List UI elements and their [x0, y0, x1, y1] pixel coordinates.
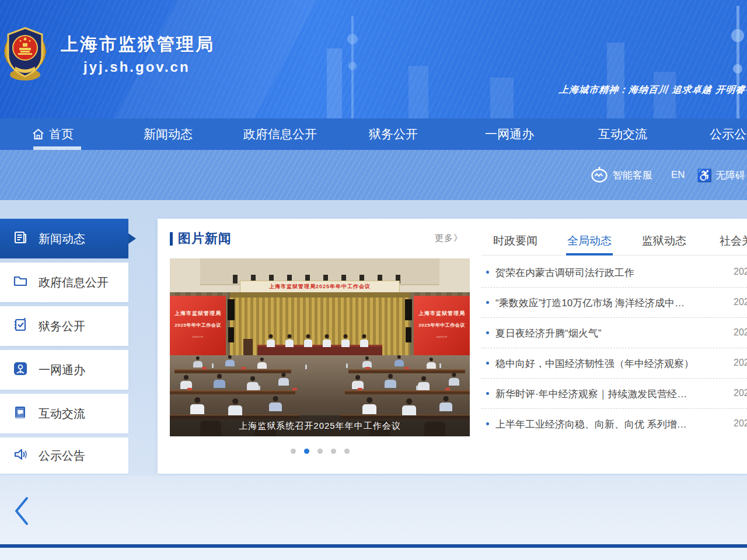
nav-item-one-net[interactable]: 一网通办 — [485, 118, 534, 150]
smart-service-label: 智能客服 — [613, 169, 652, 182]
sidebar-item-interaction[interactable]: 互动交流 — [0, 394, 128, 433]
active-item-arrow — [128, 233, 136, 244]
carousel-dots — [170, 446, 470, 456]
news-title: “乘数效应”打造10万亿市场 海洋经济成中… — [495, 296, 685, 310]
red-screen-left: 上海市监狱管理局 2025年年中工作会议 2025年7月 — [170, 296, 226, 365]
sidebar-item-label: 一网通办 — [39, 362, 85, 378]
sidebar-item-label: 新闻动态 — [39, 231, 85, 247]
photo-news-header: 图片新闻 — [170, 230, 232, 247]
site-domain: jyj.sh.gov.cn — [83, 59, 190, 75]
sidebar-item-prison-affairs[interactable]: 狱务公开 — [0, 306, 128, 346]
nav-item-label: 首页 — [49, 126, 74, 142]
news-tab-0[interactable]: 时政要闻 — [493, 233, 537, 249]
news-row[interactable]: 上半年工业经济向稳、向新、向优 系列增…202 — [481, 409, 747, 439]
stage-banner: 上海市监狱管理局2025年年中工作会议 — [240, 281, 400, 293]
nav-item-interaction[interactable]: 互动交流 — [598, 118, 647, 150]
news-tab-1[interactable]: 全局动态 — [567, 233, 612, 249]
bullet-dot — [486, 301, 489, 304]
nav-item-label: 一网通办 — [485, 126, 534, 142]
carousel-dot-0[interactable] — [291, 449, 296, 454]
more-link[interactable]: 更多》 — [435, 233, 463, 244]
sidebar-item-label: 政府信息公开 — [39, 275, 109, 290]
site-header: 上海市监狱管理局 jyj.sh.gov.cn 上海城市精神：海纳百川 追求卓越 … — [0, 0, 747, 118]
accessibility-button[interactable]: ♿ 无障碍 — [697, 150, 745, 200]
bullet-dot — [486, 331, 489, 334]
skyline-building — [327, 48, 342, 118]
skyline-building — [607, 43, 624, 118]
news-date: 202 — [734, 327, 747, 338]
main-nav: 首页新闻动态政府信息公开狱务公开一网通办互动交流公示公告 — [0, 118, 747, 150]
carousel-dot-1[interactable] — [304, 449, 309, 454]
wheelchair-icon: ♿ — [697, 169, 712, 181]
nav-item-announcements[interactable]: 公示公告 — [710, 118, 747, 150]
pearl-tower-silhouette — [351, 16, 354, 118]
news-title: 夏日夜经济升腾“烟火气” — [495, 327, 601, 340]
news-tab-3[interactable]: 社会关注 — [720, 233, 747, 249]
sidebar-item-announcements[interactable]: 公示公告 — [0, 438, 128, 474]
bullet-dot — [486, 271, 489, 274]
nav-item-label: 互动交流 — [598, 126, 647, 142]
news-doc-icon — [13, 230, 28, 248]
nav-item-news[interactable]: 新闻动态 — [144, 118, 193, 150]
nav-item-label: 新闻动态 — [144, 126, 193, 142]
photo-news-title: 图片新闻 — [178, 230, 232, 247]
site-title: 上海市监狱管理局 — [61, 33, 215, 57]
footer-strip — [0, 548, 747, 560]
bullet-dot — [486, 392, 489, 395]
news-title: 稳中向好，中国经济韧性强（年中经济观察） — [495, 357, 694, 370]
news-row[interactable]: 贺荣在内蒙古调研司法行政工作202 — [481, 257, 747, 288]
news-row[interactable]: 稳中向好，中国经济韧性强（年中经济观察）202 — [481, 348, 747, 379]
chat-book-icon — [13, 405, 28, 423]
skyline-building — [490, 78, 514, 118]
red-screen-right: 上海市监狱管理局 2025年年中工作会议 2025年7月 — [414, 296, 470, 365]
sidebar-item-label: 公示公告 — [39, 448, 85, 464]
news-tab-2[interactable]: 监狱动态 — [642, 233, 686, 249]
news-title: 贺荣在内蒙古调研司法行政工作 — [495, 266, 634, 279]
person-app-icon — [13, 361, 28, 379]
news-date: 202 — [734, 388, 747, 398]
nav-item-gov-info[interactable]: 政府信息公开 — [243, 118, 317, 150]
news-row[interactable]: 新华时评·年中经济观察｜持续激发民营经…202 — [481, 379, 747, 409]
chevron-left-icon — [13, 496, 30, 526]
police-badge-logo[interactable] — [4, 21, 47, 83]
nav-item-prison-affairs[interactable]: 狱务公开 — [369, 118, 418, 150]
language-en-button[interactable]: EN — [671, 150, 685, 200]
photo-news-slide[interactable]: 上海市监狱管理局2025年年中工作会议 上海市监狱管理局 2025年年中工作会议… — [170, 258, 470, 436]
news-tabs: 时政要闻全局动态监狱动态社会关注 — [481, 230, 747, 256]
language-label: EN — [671, 169, 685, 181]
news-date: 202 — [734, 358, 747, 368]
sidebar-item-gov-info[interactable]: 政府信息公开 — [0, 262, 128, 302]
pearl-tower-silhouette — [736, 6, 739, 118]
sidebar-item-news[interactable]: 新闻动态 — [0, 219, 128, 258]
nav-item-label: 政府信息公开 — [243, 126, 317, 142]
bottom-band — [0, 475, 747, 544]
accessibility-label: 无障碍 — [715, 169, 745, 182]
speaker-icon — [13, 447, 28, 465]
carousel-dot-4[interactable] — [344, 449, 350, 454]
carousel-prev-button[interactable] — [13, 496, 30, 528]
carousel-dot-2[interactable] — [317, 449, 323, 454]
robot-icon — [591, 166, 608, 184]
clipboard-check-icon — [13, 317, 28, 335]
news-list: 贺荣在内蒙古调研司法行政工作202“乘数效应”打造10万亿市场 海洋经济成中…2… — [481, 257, 747, 439]
city-spirit-slogan: 上海城市精神：海纳百川 追求卓越 开明睿智 — [558, 84, 747, 96]
smart-service-button[interactable]: 智能客服 — [591, 150, 652, 200]
news-date: 202 — [734, 297, 747, 307]
slide-caption: 上海监狱系统召开2025年年中工作会议 — [170, 415, 470, 436]
news-title: 上半年工业经济向稳、向新、向优 系列增… — [495, 418, 687, 431]
folder-icon — [13, 274, 28, 292]
news-date: 202 — [734, 267, 747, 277]
home-icon — [32, 128, 44, 140]
nav-item-label: 狱务公开 — [369, 126, 418, 142]
nav-item-label: 公示公告 — [710, 126, 747, 142]
news-title: 新华时评·年中经济观察｜持续激发民营经… — [495, 387, 687, 401]
bullet-dot — [486, 362, 489, 365]
search-band: 智能客服 EN ♿ 无障碍 — [0, 150, 747, 200]
news-date: 202 — [734, 418, 747, 429]
news-row[interactable]: “乘数效应”打造10万亿市场 海洋经济成中…202 — [481, 288, 747, 318]
news-row[interactable]: 夏日夜经济升腾“烟火气”202 — [481, 318, 747, 348]
sidebar-item-label: 狱务公开 — [39, 318, 85, 334]
sidebar-item-one-net[interactable]: 一网通办 — [0, 350, 128, 390]
nav-item-home[interactable]: 首页 — [32, 118, 74, 150]
carousel-dot-3[interactable] — [331, 449, 336, 454]
